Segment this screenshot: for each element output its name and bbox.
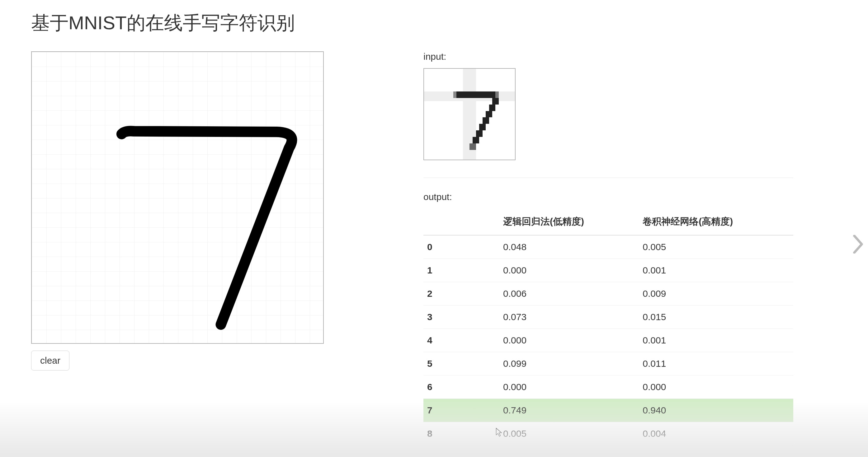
cell-cnn: 0.000 — [639, 376, 793, 399]
cell-logistic: 0.048 — [499, 235, 639, 259]
output-table: 逻辑回归法(低精度) 卷积神经网络(高精度) 00.0480.00510.000… — [424, 208, 793, 457]
svg-rect-8 — [486, 111, 492, 118]
table-row: 20.0060.009 — [424, 282, 793, 305]
thumbnail-digit-icon — [424, 69, 515, 160]
cell-digit: 3 — [424, 305, 499, 329]
svg-rect-11 — [476, 130, 483, 137]
table-row: 50.0990.011 — [424, 352, 793, 376]
cell-digit: 7 — [424, 399, 499, 422]
cell-digit: 2 — [424, 282, 499, 305]
page-title: 基于MNIST的在线手写字符识别 — [31, 10, 837, 36]
cell-cnn: 0.015 — [639, 305, 793, 329]
svg-rect-13 — [469, 143, 476, 150]
cell-cnn: 0.016 — [639, 446, 793, 457]
drawn-stroke — [32, 52, 323, 343]
output-label: output: — [424, 192, 793, 202]
cell-digit: 9 — [424, 446, 499, 457]
svg-rect-7 — [489, 104, 496, 111]
svg-rect-10 — [479, 124, 486, 130]
cell-cnn: 0.005 — [639, 235, 793, 259]
th-digit — [424, 208, 499, 235]
th-logistic: 逻辑回归法(低精度) — [499, 208, 639, 235]
cell-digit: 6 — [424, 376, 499, 399]
svg-rect-12 — [473, 137, 479, 143]
cell-logistic: 0.000 — [499, 376, 639, 399]
svg-rect-3 — [453, 92, 457, 98]
svg-rect-9 — [483, 117, 489, 124]
cell-digit: 1 — [424, 259, 499, 282]
cell-digit: 8 — [424, 422, 499, 446]
input-thumbnail — [424, 68, 516, 160]
cell-logistic: 0.749 — [499, 399, 639, 422]
cell-cnn: 0.009 — [639, 282, 793, 305]
drawing-canvas[interactable] — [31, 51, 324, 344]
cell-logistic: 0.099 — [499, 352, 639, 376]
next-arrow-button[interactable] — [848, 230, 868, 258]
cell-digit: 0 — [424, 235, 499, 259]
cell-digit: 4 — [424, 329, 499, 352]
svg-rect-4 — [457, 92, 495, 98]
cell-digit: 5 — [424, 352, 499, 376]
chevron-right-icon — [852, 235, 864, 254]
cell-logistic: 0.005 — [499, 422, 639, 446]
table-row: 70.7490.940 — [424, 399, 793, 422]
cell-logistic: 0.006 — [499, 282, 639, 305]
svg-rect-6 — [492, 98, 499, 104]
cell-cnn: 0.001 — [639, 259, 793, 282]
cell-logistic: 0.000 — [499, 259, 639, 282]
svg-rect-5 — [495, 92, 498, 98]
cell-logistic: 0.000 — [499, 329, 639, 352]
table-row: 10.0000.001 — [424, 259, 793, 282]
table-row: 80.0050.004 — [424, 422, 793, 446]
table-row: 30.0730.015 — [424, 305, 793, 329]
clear-button[interactable]: clear — [31, 351, 69, 370]
table-row: 00.0480.005 — [424, 235, 793, 259]
cell-logistic: 0.073 — [499, 305, 639, 329]
table-row: 40.0000.001 — [424, 329, 793, 352]
cell-cnn: 0.940 — [639, 399, 793, 422]
input-label: input: — [424, 51, 793, 62]
th-cnn: 卷积神经网络(高精度) — [639, 208, 793, 235]
cell-logistic: 0.020 — [499, 446, 639, 457]
cell-cnn: 0.011 — [639, 352, 793, 376]
cell-cnn: 0.004 — [639, 422, 793, 446]
divider — [424, 177, 793, 178]
table-row: 60.0000.000 — [424, 376, 793, 399]
table-row: 90.0200.016 — [424, 446, 793, 457]
cell-cnn: 0.001 — [639, 329, 793, 352]
